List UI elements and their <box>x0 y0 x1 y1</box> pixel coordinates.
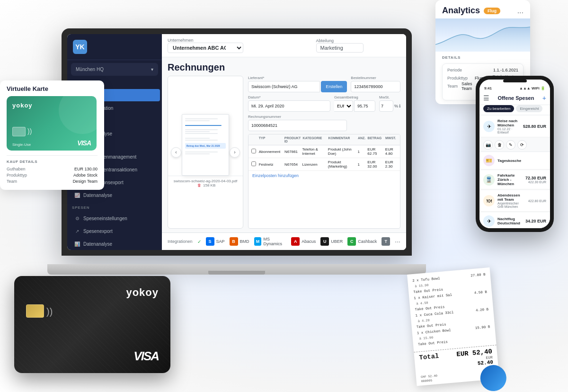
action-btn-1[interactable]: 📷 <box>483 140 493 150</box>
integration-uber[interactable]: U UBER <box>320 237 343 246</box>
row1-type: Abonnement <box>259 150 283 154</box>
sidebar-item-sx[interactable]: ↗ Spesenexport <box>69 225 160 237</box>
bestellnummer-label: Bestellnummer <box>351 76 400 80</box>
integration-abacus[interactable]: A Abacus <box>291 237 316 246</box>
receipt-price-5: 4.20 B <box>476 307 489 313</box>
mwst-info[interactable]: ℹ <box>399 104 400 108</box>
integration-sap[interactable]: S SAP <box>206 237 225 246</box>
ms-label: MS Dynamics <box>263 237 286 246</box>
row1-check[interactable] <box>251 149 257 154</box>
row2-vat: EUR 2.30 <box>385 160 397 169</box>
tab-eingereicht[interactable]: Eingereicht <box>516 105 542 112</box>
preview-nav: ‹ › <box>168 147 243 158</box>
phone-add-icon[interactable]: + <box>542 94 546 102</box>
row1-vat: EUR 4.80 <box>385 147 397 156</box>
expense-item[interactable]: ✈ Reise nach München 01.12.22 · Entwurf … <box>479 116 550 137</box>
analytics-title-row: Analytics Flug <box>442 6 500 16</box>
phone: 9:41 ▲▲▲ WiFi 🔋 ☰ Offene Spesen + Zu bea… <box>476 76 554 232</box>
expense-icon-4: 🍽 <box>483 195 495 206</box>
action-btn-3[interactable]: ✎ <box>506 140 515 150</box>
expense-title-4: Abendessen mit Team <box>497 193 525 202</box>
chart-svg <box>435 18 530 52</box>
rechnungsnummer-input[interactable] <box>248 120 347 131</box>
sidebar-item-se[interactable]: ⚙ Speseneinstellungen <box>69 212 160 224</box>
produkttyp-row: Produkttyp Adobe Stock <box>7 173 98 178</box>
action-btn-2[interactable]: 🗑 <box>495 140 504 150</box>
erstellen-button[interactable]: Erstellen <box>321 81 347 92</box>
action-btn-4[interactable]: ⟳ <box>517 140 527 150</box>
phone-tabs: Zu bearbeiten Eingereicht <box>479 105 550 114</box>
laptop-screen-inner: YK München HQ ▾ RECHNUNGEN ≡ Übersicht ⚙… <box>67 34 406 250</box>
gesamtbetrag-input[interactable] <box>354 100 375 112</box>
receipt-total-label: Total <box>419 352 439 362</box>
receipt-price-3: 4.50 B <box>474 289 488 296</box>
row2-qty: 1 <box>358 162 366 167</box>
doc-line-5 <box>185 131 210 132</box>
th-id: Produkt ID <box>284 136 301 143</box>
kauf-team-value: Design Team <box>73 179 98 184</box>
analytics-more-icon[interactable]: ... <box>517 7 524 15</box>
expense-item[interactable]: 🚆 Fahrkarte Zürich - München 72.30 EUR 4… <box>479 170 550 189</box>
expense-amount-1: 528.80 EUR <box>523 124 546 129</box>
row2-check[interactable] <box>251 161 257 167</box>
expense-icon-2: 🎫 <box>483 155 495 166</box>
unternehmen-select[interactable]: Unternehmen ABC AG <box>168 43 243 53</box>
expense-info-1: Reise nach München 01.12.22 · Entwurf <box>497 119 520 134</box>
row1-id: N67861 <box>284 150 301 154</box>
expense-title-5: Nachtflug Deutschland <box>497 217 523 225</box>
black-card-visa-label: VISA <box>133 349 159 364</box>
lieferant-input[interactable] <box>248 81 320 92</box>
virtual-card-title: Virtuelle Karte <box>7 85 98 92</box>
expense-item[interactable]: 🎫 Tageskosche <box>479 152 550 169</box>
bestellnummer-input[interactable] <box>351 81 400 92</box>
mwst-field: MwSt. % ℹ <box>379 95 400 112</box>
integration-ms[interactable]: M MS Dynamics <box>254 237 287 246</box>
next-arrow[interactable]: › <box>230 147 240 158</box>
phone-notch <box>503 80 527 82</box>
line-items-table: Typ Produkt ID Kategorie Kommentar Anz. … <box>248 134 400 229</box>
add-line-item-btn[interactable]: Einzelposten hinzufügen <box>248 171 400 180</box>
table-header: Typ Produkt ID Kategorie Kommentar Anz. … <box>248 134 400 145</box>
invoice-document: Betrag due Wed., Mar 21 2029 <box>182 114 229 176</box>
abteilung-label: Abteilung <box>316 38 401 43</box>
expense-sub-4: Argentinischer Grill München <box>497 202 525 208</box>
analytics-title: Analytics <box>442 6 480 16</box>
abteilung-field: Abteilung <box>316 38 401 53</box>
integration-t[interactable]: T <box>382 237 390 246</box>
expense-item[interactable]: 🍽 Abendessen mit Team Argentinischer Gri… <box>479 190 550 212</box>
phone-menu-icon[interactable]: ☰ <box>483 94 489 102</box>
rechnungsnummer-label: Rechnungsnummer <box>248 115 347 119</box>
settings-icon: ⚙ <box>74 215 80 222</box>
tab-zu-bearbeiten[interactable]: Zu bearbeiten <box>483 105 514 112</box>
sidebar-location[interactable]: München HQ ▾ <box>71 63 158 76</box>
row2-net: EUR 32.00 <box>367 160 383 169</box>
sap-label: SAP <box>216 239 225 244</box>
analytics-icon: 📈 <box>74 192 80 198</box>
abacus-icon: A <box>291 237 300 246</box>
delete-icon[interactable]: 🗑 <box>197 183 201 187</box>
expense-icon-1: ✈ <box>483 121 495 132</box>
more-dots-icon[interactable]: ··· <box>395 238 400 245</box>
invoice-form: Lieferant* Erstellen Bestellnummer <box>248 76 400 229</box>
expense-item[interactable]: ✈ Nachtflug Deutschland 34.20 EUR <box>479 213 550 228</box>
mwst-label: MwSt. <box>379 95 400 99</box>
mwst-input[interactable] <box>379 100 393 112</box>
team-row: Team Design Team <box>7 179 98 184</box>
analytics-section-title: DETAILS <box>442 55 524 60</box>
datum-input[interactable] <box>248 100 330 112</box>
integration-cashback[interactable]: C Cashback <box>347 237 377 246</box>
invoice-filename: swisscom-schweiz-ag-2020-04-03.pdf 🗑 158… <box>168 176 243 190</box>
sidebar-item-kd[interactable]: 📈 Datenanalyse <box>69 189 160 201</box>
abteilung-input[interactable] <box>316 43 364 53</box>
integration-bmd[interactable]: B BMD <box>230 237 249 246</box>
expense-amount-3: 72.30 EUR <box>525 176 546 180</box>
prev-arrow[interactable]: ‹ <box>171 147 181 158</box>
virtual-card-label: Virtuelle Karte yokoy )) Single-Use VISA… <box>0 80 104 190</box>
row2-type: Festnetz <box>259 162 283 167</box>
sidebar-item-sd[interactable]: 📊 Datenanalyse <box>69 238 160 250</box>
expense-amount-5: 34.20 EUR <box>525 219 546 223</box>
row2-id: N67654 <box>284 162 301 167</box>
lieferant-label: Lieferant* <box>248 76 347 80</box>
expense-icon-3: 🚆 <box>483 174 495 186</box>
currency-select[interactable]: EUR <box>334 100 353 112</box>
